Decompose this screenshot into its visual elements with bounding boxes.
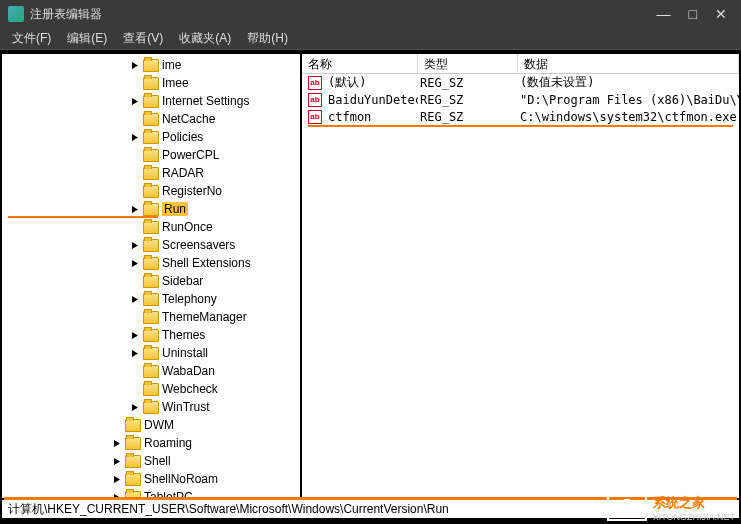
- tree-node[interactable]: Uninstall: [2, 344, 300, 362]
- folder-icon: [143, 257, 159, 270]
- close-button[interactable]: ✕: [715, 6, 727, 22]
- tree-node[interactable]: DWM: [2, 416, 300, 434]
- string-value-icon: ab: [308, 93, 322, 107]
- column-type[interactable]: 类型: [418, 54, 518, 73]
- tree-node[interactable]: NetCache: [2, 110, 300, 128]
- column-data[interactable]: 数据: [518, 54, 739, 73]
- expand-icon[interactable]: [130, 348, 141, 359]
- watermark-site: XITONGZHIJIA.NET: [653, 512, 735, 522]
- minimize-button[interactable]: —: [657, 6, 671, 22]
- value-name: BaiduYunDetect: [326, 93, 418, 107]
- tree-node[interactable]: RADAR: [2, 164, 300, 182]
- window-controls: — □ ✕: [657, 6, 727, 22]
- value-row[interactable]: abctfmonREG_SZC:\windows\system32\ctfmon…: [302, 108, 739, 125]
- value-type: REG_SZ: [418, 110, 518, 124]
- svg-rect-0: [614, 503, 632, 516]
- expand-icon[interactable]: [130, 294, 141, 305]
- expand-icon[interactable]: [130, 240, 141, 251]
- tree-node[interactable]: ime: [2, 56, 300, 74]
- folder-icon: [143, 275, 159, 288]
- folder-icon: [125, 473, 141, 486]
- expand-icon[interactable]: [112, 456, 123, 467]
- expand-icon[interactable]: [130, 258, 141, 269]
- value-row[interactable]: abBaiduYunDetectREG_SZ"D:\Program Files …: [302, 91, 739, 108]
- expand-icon[interactable]: [112, 438, 123, 449]
- tree-node[interactable]: Policies: [2, 128, 300, 146]
- expand-icon[interactable]: [130, 402, 141, 413]
- tree-node[interactable]: Telephony: [2, 290, 300, 308]
- tree-node[interactable]: Screensavers: [2, 236, 300, 254]
- menu-edit[interactable]: 编辑(E): [59, 28, 115, 49]
- no-expand-icon: [130, 384, 141, 395]
- list-panel[interactable]: 名称 类型 数据 ab(默认)REG_SZ(数值未设置)abBaiduYunDe…: [302, 54, 739, 498]
- expand-icon[interactable]: [130, 204, 141, 215]
- tree-node[interactable]: Internet Settings: [2, 92, 300, 110]
- tree-node[interactable]: Webcheck: [2, 380, 300, 398]
- value-type: REG_SZ: [418, 76, 518, 90]
- folder-icon: [143, 311, 159, 324]
- tree-node[interactable]: WinTrust: [2, 398, 300, 416]
- value-row[interactable]: ab(默认)REG_SZ(数值未设置): [302, 74, 739, 91]
- tree-label: PowerCPL: [162, 148, 219, 162]
- expand-icon[interactable]: [130, 330, 141, 341]
- app-icon: [8, 6, 24, 22]
- tree-label: RADAR: [162, 166, 204, 180]
- maximize-button[interactable]: □: [689, 6, 697, 22]
- folder-icon: [143, 185, 159, 198]
- tree-label: Shell Extensions: [162, 256, 251, 270]
- tree-label: Imee: [162, 76, 189, 90]
- tree-node[interactable]: Sidebar: [2, 272, 300, 290]
- tree-label: Roaming: [144, 436, 192, 450]
- no-expand-icon: [112, 420, 123, 431]
- no-expand-icon: [130, 186, 141, 197]
- expand-icon[interactable]: [130, 132, 141, 143]
- folder-icon: [143, 347, 159, 360]
- tree-node[interactable]: ThemeManager: [2, 308, 300, 326]
- content-area: imeImeeInternet SettingsNetCachePolicies…: [0, 50, 741, 500]
- tree-label: WinTrust: [162, 400, 210, 414]
- folder-icon: [143, 131, 159, 144]
- tree-node[interactable]: Themes: [2, 326, 300, 344]
- value-name: (默认): [326, 74, 418, 91]
- list-header: 名称 类型 数据: [302, 54, 739, 74]
- no-expand-icon: [130, 222, 141, 233]
- folder-icon: [143, 149, 159, 162]
- column-name[interactable]: 名称: [302, 54, 418, 73]
- tree-label: Screensavers: [162, 238, 235, 252]
- tree-node[interactable]: PowerCPL: [2, 146, 300, 164]
- tree-node[interactable]: Roaming: [2, 434, 300, 452]
- menu-file[interactable]: 文件(F): [4, 28, 59, 49]
- value-list: ab(默认)REG_SZ(数值未设置)abBaiduYunDetectREG_S…: [302, 74, 739, 125]
- tree-panel[interactable]: imeImeeInternet SettingsNetCachePolicies…: [2, 54, 302, 498]
- tree-label: RegisterNo: [162, 184, 222, 198]
- tree-label: ShellNoRoam: [144, 472, 218, 486]
- tree-label: Themes: [162, 328, 205, 342]
- menubar: 文件(F) 编辑(E) 查看(V) 收藏夹(A) 帮助(H): [0, 28, 741, 50]
- tree-node[interactable]: ShellNoRoam: [2, 470, 300, 488]
- menu-favorites[interactable]: 收藏夹(A): [171, 28, 239, 49]
- tree-label: Sidebar: [162, 274, 203, 288]
- tree-node[interactable]: WabaDan: [2, 362, 300, 380]
- expand-icon[interactable]: [112, 474, 123, 485]
- no-expand-icon: [130, 312, 141, 323]
- folder-icon: [143, 59, 159, 72]
- highlight-underline: [308, 125, 733, 127]
- expand-icon[interactable]: [130, 60, 141, 71]
- tree-node[interactable]: Run: [2, 200, 300, 218]
- menu-view[interactable]: 查看(V): [115, 28, 171, 49]
- folder-icon: [143, 293, 159, 306]
- tree-node[interactable]: RegisterNo: [2, 182, 300, 200]
- value-name: ctfmon: [326, 110, 418, 124]
- value-data: C:\windows\system32\ctfmon.exe: [518, 110, 739, 124]
- expand-icon[interactable]: [130, 96, 141, 107]
- folder-icon: [143, 167, 159, 180]
- folder-icon: [143, 401, 159, 414]
- tree-node[interactable]: Shell: [2, 452, 300, 470]
- string-value-icon: ab: [308, 76, 322, 90]
- tree-node[interactable]: Imee: [2, 74, 300, 92]
- menu-help[interactable]: 帮助(H): [239, 28, 296, 49]
- tree-node[interactable]: RunOnce: [2, 218, 300, 236]
- tree-label: DWM: [144, 418, 174, 432]
- tree-label: RunOnce: [162, 220, 213, 234]
- tree-node[interactable]: Shell Extensions: [2, 254, 300, 272]
